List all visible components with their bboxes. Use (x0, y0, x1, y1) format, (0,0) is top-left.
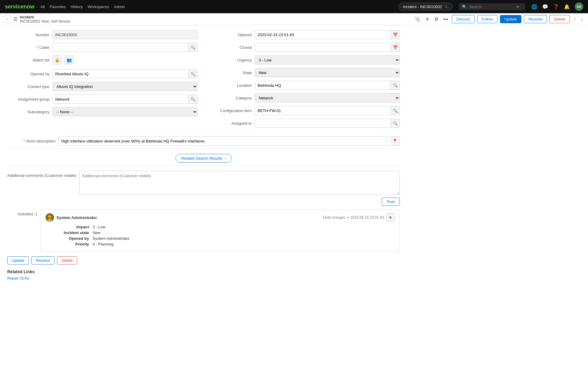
location-input[interactable] (255, 81, 391, 90)
search-dropdown-icon[interactable]: ▾ (517, 5, 519, 9)
subnav-actions: 📎 ✈ ⚙ ••• Discuss Follow Update Resolve … (413, 15, 584, 23)
closed-date-picker[interactable]: 📅 (391, 43, 400, 52)
search-input[interactable] (469, 5, 514, 9)
category-label: Category (210, 96, 252, 100)
activity-meta-date: 2023-02-15 23:01:43 (350, 215, 384, 220)
settings-icon[interactable]: ⚙ (433, 15, 440, 23)
state-select[interactable]: New In Progress On Hold Resolved Closed … (255, 68, 400, 77)
update-button[interactable]: Update (500, 15, 522, 23)
caller-wrapper: 🔍 (52, 43, 198, 52)
divider-1 (7, 148, 400, 149)
config-item-input[interactable] (255, 106, 391, 115)
category-row: Category Network Hardware Software Datab… (210, 93, 400, 102)
config-item-search-button[interactable]: 🔍 (391, 106, 400, 115)
activity-opened-by-label: Opened by (56, 236, 93, 241)
more-options-icon[interactable]: ••• (442, 15, 450, 23)
nav-favorites[interactable]: Favorites (50, 5, 66, 9)
urgency-select[interactable]: 1 - High 2 - Medium 3 - Low (255, 55, 400, 64)
short-desc-location-icon[interactable]: 📍 (390, 136, 400, 146)
bottom-action-buttons: Update Resolve Delete (7, 256, 400, 264)
activity-avatar (46, 213, 54, 222)
delete-button-bottom[interactable]: Delete (57, 256, 77, 264)
closed-date-input[interactable] (255, 43, 391, 52)
assigned-to-search-button[interactable]: 🔍 (391, 119, 400, 128)
chat-icon[interactable]: 💬 (542, 4, 548, 10)
nav-all[interactable]: All (40, 5, 45, 9)
attachment-icon[interactable]: 📎 (413, 15, 422, 23)
nav-admin[interactable]: Admin (114, 5, 125, 9)
opened-row: Opened 📅 (210, 30, 400, 39)
forward-icon[interactable]: ✈ (424, 15, 431, 23)
svg-point-1 (48, 215, 51, 218)
related-search-button[interactable]: Related Search Results › (175, 154, 232, 163)
assigned-to-row: Assigned to 🔍 (210, 119, 400, 128)
user-avatar[interactable]: SA (575, 2, 583, 11)
category-select[interactable]: Network Hardware Software Database Inqui… (255, 93, 400, 102)
activity-incident-state-value: New (93, 230, 100, 235)
help-icon[interactable]: ❓ (553, 4, 559, 10)
activity-header: System Administrator Field changes 2023-… (46, 213, 395, 222)
form-section: Number INC0010002 Caller 🔍 Watch list 🔒 … (7, 30, 400, 131)
additional-comments-textarea[interactable] (79, 171, 400, 195)
nav-history[interactable]: History (71, 5, 83, 9)
back-button[interactable]: ‹ (4, 16, 11, 23)
subcategory-select[interactable]: -- None -- Email Hardware Internal Appli… (52, 107, 198, 116)
watchlist-group-button[interactable]: 👥 (65, 55, 74, 64)
assignment-group-label: Assignment group (7, 97, 49, 102)
incident-badge[interactable]: Incident - INC0010002 ☆ (398, 3, 453, 11)
post-btn-row: Post (79, 198, 400, 206)
global-search[interactable]: 🔍 ▾ (459, 3, 525, 10)
additional-comments-row: Additional comments (Customer visible) P… (7, 171, 400, 206)
assigned-to-input[interactable] (255, 119, 391, 128)
assignment-group-search-button[interactable]: 🔍 (188, 95, 198, 104)
opened-date-picker[interactable]: 📅 (391, 30, 400, 39)
discuss-button[interactable]: Discuss (452, 15, 475, 23)
star-icon[interactable]: ☆ (444, 4, 448, 9)
location-search-button[interactable]: 🔍 (391, 81, 400, 90)
short-description-row: *Short description 📍 (7, 136, 400, 146)
caller-input[interactable] (52, 43, 188, 52)
contact-type-label: Contact type (7, 84, 49, 89)
resolve-button[interactable]: Resolve (524, 15, 547, 23)
caller-label: Caller (7, 45, 49, 50)
caller-search-button[interactable]: 🔍 (188, 43, 198, 52)
activity-fields: Impact 3 - Low Incident state New Opened… (46, 225, 395, 246)
delete-button[interactable]: Delete (549, 15, 570, 23)
app-logo[interactable]: servicenow (5, 4, 34, 10)
form-right-column: Opened 📅 Closed 📅 Urgency 1 - High (210, 30, 400, 131)
nav-links: All Favorites History Workspaces Admin (40, 5, 125, 9)
nav-up-icon[interactable]: ↑ (572, 15, 577, 23)
activity-meta: Field changes 2023-02-15 23:01:43 (323, 215, 384, 220)
activity-user: System Administrator (46, 213, 97, 222)
nav-workspaces[interactable]: Workspaces (87, 5, 109, 9)
globe-icon[interactable]: 🌐 (531, 4, 537, 10)
activity-impact-value: 3 - Low (93, 225, 106, 229)
hamburger-icon[interactable]: ☰ (13, 16, 17, 22)
repair-slas-link[interactable]: Repair SLAs (7, 276, 29, 280)
opened-by-input[interactable] (52, 69, 188, 78)
search-icon: 🔍 (462, 5, 467, 9)
nav-down-icon[interactable]: ↓ (580, 15, 584, 23)
bell-icon[interactable]: 🔔 (564, 4, 570, 10)
short-desc-input[interactable] (58, 136, 387, 146)
activity-filter-button[interactable]: ▼ (386, 213, 395, 222)
follow-button[interactable]: Follow (477, 15, 498, 23)
config-item-row: Configuration item 🔍 (210, 106, 400, 115)
activity-opened-by-row: Opened by System Administrator (56, 236, 395, 241)
assignment-group-input[interactable] (52, 95, 188, 104)
chevron-right-icon: › (225, 156, 226, 161)
update-button-bottom[interactable]: Update (7, 256, 29, 264)
closed-label: Closed (210, 45, 252, 50)
contact-type-select[interactable]: Alluvio IQ Integration Email Phone Self-… (52, 82, 198, 91)
post-button[interactable]: Post (382, 198, 400, 206)
comments-wrapper: Post (79, 171, 400, 206)
main-content: Number INC0010002 Caller 🔍 Watch list 🔒 … (0, 25, 407, 285)
form-left-column: Number INC0010002 Caller 🔍 Watch list 🔒 … (7, 30, 198, 131)
watchlist-lock-button[interactable]: 🔒 (52, 55, 62, 64)
opened-by-search-button[interactable]: 🔍 (188, 69, 198, 78)
opened-date-input[interactable] (255, 30, 391, 39)
location-row: Location 🔍 (210, 81, 400, 90)
resolve-button-bottom[interactable]: Resolve (31, 256, 55, 264)
assigned-to-wrapper: 🔍 (255, 119, 400, 128)
sub-navigation: ‹ ☰ Incident INC0010002 View: Self Servi… (0, 13, 588, 25)
